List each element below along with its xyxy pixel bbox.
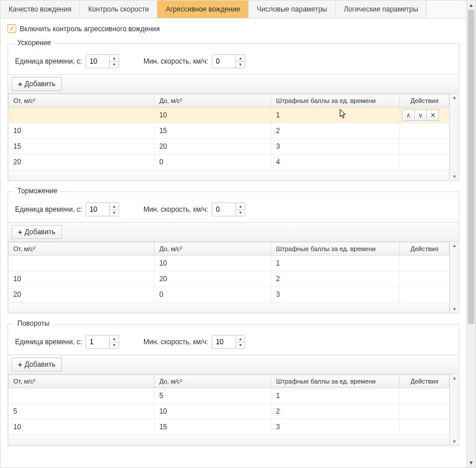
table-row[interactable]: 2003: [9, 287, 449, 303]
scroll-down-icon[interactable]: ▼: [452, 174, 457, 179]
delete-button[interactable]: ✕: [426, 109, 439, 121]
scroll-down-icon[interactable]: ▼: [452, 307, 457, 312]
tab-3[interactable]: Числовые параметры: [249, 1, 335, 18]
cell-points[interactable]: 4: [271, 154, 400, 170]
spinner-up-icon[interactable]: ▲: [236, 203, 245, 210]
cell-from[interactable]: [9, 108, 154, 123]
cell-from[interactable]: 10: [9, 271, 154, 287]
cell-actions: [400, 256, 449, 271]
cell-from[interactable]: 10: [9, 419, 154, 435]
cell-from[interactable]: [9, 388, 154, 404]
spinner-down-icon[interactable]: ▼: [236, 342, 245, 349]
cell-from[interactable]: [9, 256, 154, 271]
spinner-down-icon[interactable]: ▼: [110, 210, 119, 216]
cell-points[interactable]: 2: [271, 271, 400, 287]
time-unit-input-field[interactable]: [86, 55, 109, 68]
cell-points[interactable]: 1: [271, 388, 400, 404]
table-row[interactable]: 10202: [9, 271, 449, 287]
cell-points[interactable]: 2: [271, 404, 400, 419]
table-row[interactable]: 101: [9, 256, 449, 271]
cell-points[interactable]: 1: [271, 256, 400, 271]
time-unit-input[interactable]: ▲▼: [86, 335, 119, 349]
col-from[interactable]: От, м/с²: [9, 242, 154, 256]
col-points[interactable]: Штрафные баллы за ед. времени: [271, 94, 400, 108]
cell-points[interactable]: 3: [271, 139, 400, 154]
cell-to[interactable]: 10: [154, 108, 271, 123]
cell-points[interactable]: 2: [271, 123, 400, 139]
scroll-up-icon[interactable]: ▲: [452, 375, 457, 381]
table-row[interactable]: 10153: [9, 419, 449, 435]
min-speed-input-field[interactable]: [212, 55, 235, 68]
spinner-up-icon[interactable]: ▲: [110, 55, 119, 62]
tab-2[interactable]: Агрессивное вождение: [157, 1, 249, 18]
scroll-up-icon[interactable]: ▲: [452, 243, 457, 248]
scroll-down-icon[interactable]: ▼: [452, 439, 457, 444]
min-speed-input-field[interactable]: [212, 336, 235, 348]
tab-0[interactable]: Качество вождения: [1, 1, 80, 18]
move-down-button[interactable]: ∨: [414, 109, 427, 121]
col-to[interactable]: До, м/с²: [154, 94, 271, 108]
spinner-up-icon[interactable]: ▲: [236, 336, 245, 342]
table-scrollbar[interactable]: ▲▼: [449, 94, 459, 180]
add-button[interactable]: +Добавить: [12, 225, 62, 239]
section-title: Торможение: [14, 187, 61, 195]
cell-to[interactable]: 5: [154, 388, 271, 404]
cell-to[interactable]: 15: [154, 123, 271, 139]
col-to[interactable]: До, м/с²: [154, 375, 271, 388]
spinner-up-icon[interactable]: ▲: [236, 55, 245, 62]
spinner-up-icon[interactable]: ▲: [110, 336, 119, 342]
add-button[interactable]: +Добавить: [12, 358, 62, 371]
cell-to[interactable]: 15: [154, 419, 271, 435]
cell-points[interactable]: 3: [271, 419, 400, 435]
col-to[interactable]: До, м/с²: [154, 242, 271, 256]
cell-points[interactable]: 3: [271, 287, 400, 303]
main-scrollbar[interactable]: ▲ ▼: [466, 1, 475, 467]
cell-to[interactable]: 20: [154, 139, 271, 154]
checkbox-enable-aggressive[interactable]: ✓: [8, 24, 16, 33]
cell-from[interactable]: 20: [9, 287, 154, 303]
time-unit-input[interactable]: ▲▼: [86, 202, 119, 216]
cell-to[interactable]: 0: [154, 287, 271, 303]
table-row[interactable]: 5102: [9, 404, 449, 419]
spinner-down-icon[interactable]: ▼: [110, 342, 119, 349]
cell-from[interactable]: 10: [9, 123, 154, 139]
spinner-down-icon[interactable]: ▼: [236, 62, 245, 68]
cell-to[interactable]: 10: [154, 256, 271, 271]
col-from[interactable]: От, м/с²: [9, 94, 154, 108]
scroll-thumb[interactable]: [468, 10, 474, 324]
spinner-down-icon[interactable]: ▼: [236, 210, 245, 216]
table-row[interactable]: 101∧∨✕: [9, 108, 449, 123]
time-unit-input[interactable]: ▲▼: [86, 54, 119, 68]
min-speed-input[interactable]: ▲▼: [212, 335, 245, 349]
tab-4[interactable]: Логические параметры: [335, 1, 426, 18]
scroll-down-icon[interactable]: ▼: [467, 458, 475, 467]
table-scrollbar[interactable]: ▲▼: [449, 374, 459, 445]
spinner-down-icon[interactable]: ▼: [110, 62, 119, 68]
min-speed-input[interactable]: ▲▼: [212, 54, 245, 68]
table-row[interactable]: 51: [9, 388, 449, 404]
cell-from[interactable]: 20: [9, 154, 154, 170]
scroll-up-icon[interactable]: ▲: [467, 1, 475, 10]
cell-to[interactable]: 0: [154, 154, 271, 170]
table-row[interactable]: 2004: [9, 154, 449, 170]
col-from[interactable]: От, м/с²: [9, 375, 154, 388]
table-row[interactable]: 10152: [9, 123, 449, 139]
table-row[interactable]: 15203: [9, 139, 449, 154]
cell-points[interactable]: 1: [271, 108, 400, 123]
add-button[interactable]: +Добавить: [12, 77, 62, 91]
min-speed-input-field[interactable]: [212, 203, 235, 216]
min-speed-input[interactable]: ▲▼: [212, 202, 245, 216]
spinner-up-icon[interactable]: ▲: [110, 203, 119, 210]
cell-to[interactable]: 20: [154, 271, 271, 287]
cell-from[interactable]: 5: [9, 404, 154, 419]
time-unit-input-field[interactable]: [86, 203, 109, 216]
move-up-button[interactable]: ∧: [402, 109, 415, 121]
col-points[interactable]: Штрафные баллы за ед. времени: [271, 375, 400, 388]
tab-1[interactable]: Контроль скорости: [80, 1, 157, 18]
col-points[interactable]: Штрафные баллы за ед. времени: [271, 242, 400, 256]
time-unit-input-field[interactable]: [86, 336, 109, 348]
table-scrollbar[interactable]: ▲▼: [449, 242, 459, 313]
cell-from[interactable]: 15: [9, 139, 154, 154]
scroll-up-icon[interactable]: ▲: [452, 95, 457, 100]
cell-to[interactable]: 10: [154, 404, 271, 419]
